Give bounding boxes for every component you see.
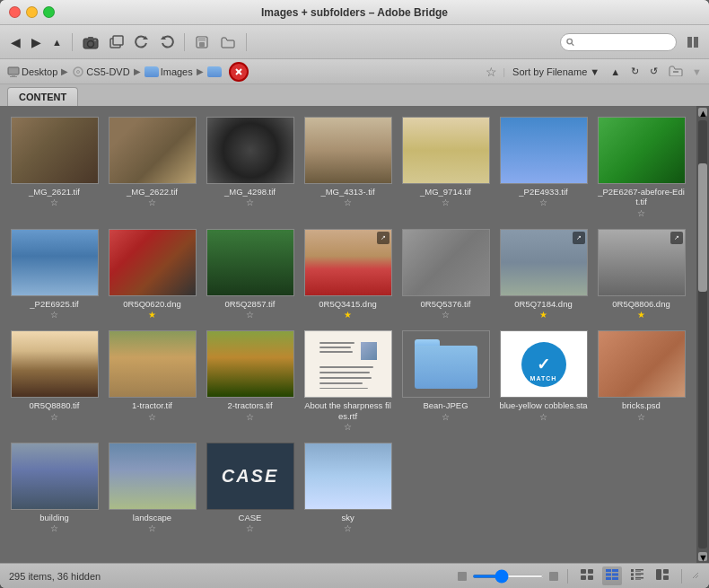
minimize-button[interactable] [26,6,38,18]
thumb-star[interactable]: ☆ [637,208,645,218]
breadcrumb-cs5dvd[interactable]: CS5-DVD [72,66,129,77]
thumbnail-item[interactable]: ↗ 0R5Q3415.dng ★ [301,225,395,323]
breadcrumb-arrow-2: ▶ [134,66,141,76]
thumbnail-item[interactable]: Bean-JPEG ☆ [398,327,493,435]
thumbnail-item[interactable]: building ☆ [7,439,101,537]
grid-view-button[interactable] [577,566,597,585]
up-button[interactable]: ▲ [48,34,66,50]
thumb-star[interactable]: ☆ [246,197,254,207]
thumb-star[interactable]: ☆ [50,197,58,207]
thumbnail-item[interactable]: ↗ 0R5Q8806.dng ★ [594,225,688,323]
forward-button[interactable]: ▶ [28,32,45,52]
thumbnail-item[interactable]: _P2E6267-abefore-Edit.tif ☆ [594,113,688,222]
grid-toggle-button[interactable] [684,34,702,50]
sort-asc-button[interactable]: ▲ [607,65,624,79]
thumbnail-item[interactable]: _MG_4298.tif ☆ [203,113,297,222]
thumbnail-item[interactable]: CASE CASE ☆ [203,439,297,537]
thumbnail-item[interactable]: ↗ 0R5Q7184.dng ★ [496,225,591,323]
thumb-star[interactable]: ☆ [50,412,58,422]
search-input[interactable] [574,37,670,48]
thumb-star[interactable]: ☆ [50,310,58,320]
thumbnail-item[interactable]: About the sharpness files.rtf ☆ [301,327,395,435]
thumbnail-item[interactable]: sky ☆ [301,439,395,537]
rotate-ccw-button[interactable] [156,32,178,52]
thumb-star[interactable]: ★ [637,310,645,320]
scroll-down-btn[interactable]: ▼ [698,552,707,561]
thumbnail-item[interactable]: 0R5Q5376.tif ☆ [398,225,493,323]
thumbnail-item[interactable]: _MG_2621.tif ☆ [7,113,101,222]
thumbnail-item[interactable]: _MG_2622.tif ☆ [105,113,199,222]
thumb-star[interactable]: ☆ [246,310,254,320]
zoom-slider[interactable] [472,575,544,578]
detail-view-icon [630,568,644,581]
list-view-button[interactable] [602,566,622,585]
sort-button[interactable]: Sort by Filename ▼ [509,65,603,79]
thumb-star[interactable]: ☆ [539,412,547,422]
panel-view-button[interactable] [652,566,672,585]
thumbnail-item[interactable]: _P2E4933.tif ☆ [496,113,591,222]
svg-point-18 [74,67,83,76]
stop-button[interactable] [229,62,249,82]
thumbnail-item[interactable]: ✓ MATCH blue-yellow cobbles.sta ☆ [496,327,591,435]
thumb-star[interactable]: ☆ [344,197,352,207]
thumbnail-item[interactable]: 1-tractor.tif ☆ [105,327,199,435]
scroll-up-btn[interactable]: ▲ [698,108,707,117]
thumb-star[interactable]: ☆ [344,523,352,533]
thumb-star[interactable]: ☆ [246,412,254,422]
save-button[interactable] [191,32,213,52]
traffic-lights [9,6,55,18]
thumbnail-item[interactable]: bricks.psd ☆ [594,327,688,435]
thumb-star[interactable]: ☆ [442,412,450,422]
back-button[interactable]: ◀ [7,32,24,52]
breadcrumb-current[interactable] [207,66,222,77]
thumbnail-item[interactable]: landscape ☆ [105,439,199,537]
thumbnail-grid[interactable]: _MG_2621.tif ☆ _MG_2622.tif ☆ _MG_4298.t… [0,106,696,563]
thumb-star[interactable]: ★ [539,310,547,320]
thumbnail-item[interactable]: 0R5Q2857.tif ☆ [203,225,297,323]
thumbnail-item[interactable]: _P2E6925.tif ☆ [7,225,101,323]
thumb-star[interactable]: ☆ [148,412,156,422]
thumb-label: 2-tractors.tif [227,400,272,410]
thumb-star[interactable]: ☆ [50,523,58,533]
camera-button[interactable] [79,32,102,52]
breadcrumb-desktop[interactable]: Desktop [7,66,57,77]
detail-view-button[interactable] [627,566,647,585]
thumb-star[interactable]: ☆ [246,523,254,533]
open-button[interactable] [216,32,240,52]
rotate-cw2-button[interactable]: ↻ [627,64,643,79]
breadcrumb-arrow-1: ▶ [61,66,68,76]
svg-rect-44 [663,575,669,580]
breadcrumb-images[interactable]: Images [144,66,193,77]
rotate-ccw2-button[interactable]: ↺ [646,64,661,79]
svg-rect-16 [12,75,15,76]
thumb-star[interactable]: ☆ [148,197,156,207]
tab-content[interactable]: CONTENT [7,87,78,106]
new-window-button[interactable] [106,32,127,52]
scroll-track[interactable] [698,120,707,549]
rotate-cw-button[interactable] [131,32,153,52]
thumb-star[interactable]: ☆ [442,197,450,207]
scroll-thumb[interactable] [698,163,707,292]
thumb-star[interactable]: ★ [344,310,352,320]
maximize-button[interactable] [43,6,55,18]
thumb-label: blue-yellow cobbles.sta [499,400,587,410]
thumb-star[interactable]: ☆ [539,197,547,207]
view-sep [567,569,568,584]
thumb-label: _MG_2621.tif [29,187,80,197]
thumb-star[interactable]: ☆ [442,310,450,320]
thumb-star[interactable]: ★ [148,310,156,320]
thumbnail-item[interactable]: 0R5Q0620.dng ★ [105,225,199,323]
svg-line-45 [693,573,698,578]
thumb-star[interactable]: ☆ [148,523,156,533]
thumb-star[interactable]: ☆ [344,422,352,432]
favorites-button[interactable]: ☆ [484,63,499,81]
thumb-star[interactable]: ☆ [637,412,645,422]
thumbnail-item[interactable]: 2-tractors.tif ☆ [203,327,297,435]
close-button[interactable] [9,6,21,18]
scrollbar[interactable]: ▲ ▼ [696,106,709,563]
thumbnail-item[interactable]: _MG_9714.tif ☆ [398,113,493,222]
thumbnail-item[interactable]: _MG_4313-.tif ☆ [301,113,395,222]
folder-options-button[interactable] [665,64,687,80]
thumbnail-item[interactable]: 0R5Q8880.tif ☆ [7,327,101,435]
svg-line-12 [572,43,573,45]
